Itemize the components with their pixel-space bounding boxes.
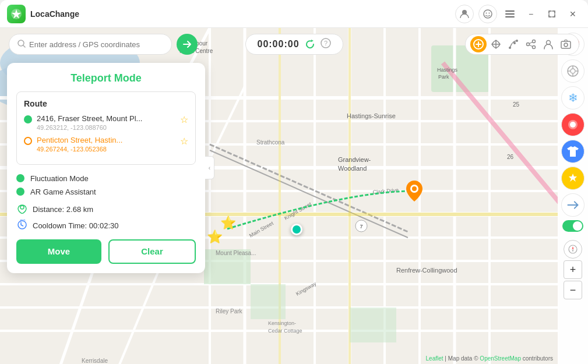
timer-help-btn[interactable]: ? — [321, 38, 331, 51]
svg-point-96 — [564, 43, 568, 47]
route-from-item: 2416, Fraser Street, Mount Pl... 49.2632… — [24, 114, 188, 131]
ar-game-option[interactable]: AR Game Assistant — [16, 188, 196, 196]
destination-marker — [406, 181, 422, 204]
svg-point-3 — [486, 12, 487, 13]
snowflake-btn[interactable]: ❄ — [561, 86, 585, 109]
search-input[interactable] — [29, 40, 163, 49]
svg-point-90 — [527, 43, 530, 46]
svg-text:7: 7 — [360, 224, 362, 229]
share-mode-btn[interactable] — [523, 36, 539, 52]
osm-link[interactable]: OpenStreetMap — [480, 355, 521, 362]
svg-point-87 — [513, 42, 516, 44]
left-panel: Teleport Mode Route 2416, Fraser Street,… — [7, 63, 205, 273]
svg-text:Hastings-Sunrise: Hastings-Sunrise — [347, 112, 396, 119]
route-from-text: 2416, Fraser Street, Mount Pl... 49.2632… — [37, 114, 175, 131]
svg-point-79 — [570, 122, 576, 128]
action-buttons: Move Clear — [16, 239, 196, 264]
svg-text:Kingsway: Kingsway — [295, 281, 318, 297]
shirt-btn[interactable] — [561, 140, 585, 163]
start-marker-2: ⭐ — [207, 229, 223, 245]
distance-item: Distance: 2.68 km — [16, 203, 196, 216]
fluctuation-mode-option[interactable]: Fluctuation Mode — [16, 174, 196, 183]
route-section: Route 2416, Fraser Street, Mount Pl... 4… — [16, 91, 196, 165]
screenshot-btn[interactable] — [558, 36, 574, 52]
close-btn[interactable]: ✕ — [565, 6, 581, 22]
svg-line-82 — [23, 45, 26, 47]
collapse-panel-btn[interactable]: ‹ — [205, 156, 214, 179]
start-marker: ⭐ — [220, 215, 236, 231]
minimize-btn[interactable]: − — [523, 6, 539, 22]
svg-text:Park: Park — [438, 74, 449, 80]
teleport-mode-btn[interactable] — [470, 36, 487, 52]
timer-refresh-btn[interactable] — [305, 40, 315, 49]
route-to-star-btn[interactable]: ☆ — [180, 136, 188, 147]
cooldown-icon — [16, 220, 28, 232]
route-to-dot — [24, 137, 32, 145]
route-from-coords: 49.263212, -123.088760 — [37, 124, 175, 131]
svg-line-93 — [529, 45, 532, 46]
route-mode-btn[interactable] — [505, 36, 522, 52]
svg-text:Woodland: Woodland — [338, 165, 367, 172]
svg-text:Knight Street: Knight Street — [283, 201, 312, 221]
svg-point-97 — [20, 206, 24, 209]
svg-text:Renfrew-Collingwood: Renfrew-Collingwood — [396, 267, 457, 274]
svg-rect-43 — [350, 308, 396, 342]
svg-text:Clark Drive: Clark Drive — [372, 187, 399, 195]
search-action-btn[interactable] — [177, 34, 198, 55]
svg-text:Kensington-: Kensington- — [268, 320, 296, 326]
svg-rect-95 — [561, 41, 571, 48]
search-icon — [17, 40, 26, 50]
profile-icon-btn[interactable] — [455, 5, 474, 23]
ar-game-label: AR Game Assistant — [30, 188, 96, 196]
emoji-icon-btn[interactable] — [478, 5, 497, 23]
svg-rect-42 — [251, 284, 286, 319]
clear-button[interactable]: Clear — [108, 239, 196, 264]
route-label: Route — [24, 99, 188, 108]
svg-point-98 — [18, 221, 26, 229]
menu-btn[interactable] — [502, 6, 518, 22]
move-mode-btn[interactable] — [488, 36, 504, 52]
svg-text:Main Street: Main Street — [248, 220, 274, 239]
svg-text:26: 26 — [507, 154, 514, 160]
svg-text:Kerrisdale: Kerrisdale — [82, 358, 108, 364]
move-button[interactable]: Move — [16, 239, 101, 264]
svg-point-54 — [355, 220, 367, 232]
svg-text:Riley Park: Riley Park — [216, 308, 243, 314]
info-section: Distance: 2.68 km Cooldown Time: 00:02:3… — [16, 203, 196, 232]
panel-title: Teleport Mode — [16, 72, 196, 84]
location-target-btn[interactable] — [561, 59, 585, 83]
svg-point-4 — [489, 12, 490, 13]
zoom-out-btn[interactable]: − — [564, 281, 582, 299]
arrow-btn[interactable] — [557, 189, 588, 222]
route-to-name: Penticton Street, Hastin... — [37, 136, 175, 146]
profile-btn[interactable] — [540, 36, 557, 52]
svg-text:Strathcona: Strathcona — [256, 139, 285, 146]
star-coins-btn[interactable] — [561, 167, 585, 190]
svg-point-91 — [533, 46, 536, 49]
svg-rect-5 — [505, 10, 515, 12]
svg-line-92 — [529, 42, 532, 43]
route-from-star-btn[interactable]: ☆ — [180, 114, 188, 125]
maximize-btn[interactable] — [544, 6, 560, 22]
svg-point-89 — [533, 40, 536, 43]
svg-line-37 — [210, 150, 408, 238]
fluctuation-mode-label: Fluctuation Mode — [30, 174, 89, 183]
svg-rect-6 — [505, 13, 515, 15]
svg-text:25: 25 — [513, 101, 520, 108]
search-input-wrap — [9, 34, 172, 55]
svg-text:Grandview-: Grandview- — [338, 156, 371, 163]
toggle-btn[interactable] — [562, 220, 583, 232]
svg-line-36 — [210, 144, 408, 232]
map-attribution: Leaflet | Map data © OpenStreetMap contr… — [426, 355, 553, 362]
svg-point-68 — [412, 186, 417, 191]
red-button[interactable] — [561, 113, 585, 136]
compass-btn[interactable] — [564, 240, 582, 259]
cooldown-text: Cooldown Time: 00:02:30 — [33, 221, 118, 230]
svg-rect-7 — [505, 16, 515, 17]
timer-area: 00:00:00 ? — [245, 34, 343, 55]
mode-toolbar — [465, 34, 579, 55]
cyan-marker — [291, 224, 302, 235]
leaflet-link[interactable]: Leaflet — [426, 355, 443, 362]
right-sidebar: ❄ — [558, 28, 588, 364]
zoom-in-btn[interactable]: + — [564, 260, 582, 279]
